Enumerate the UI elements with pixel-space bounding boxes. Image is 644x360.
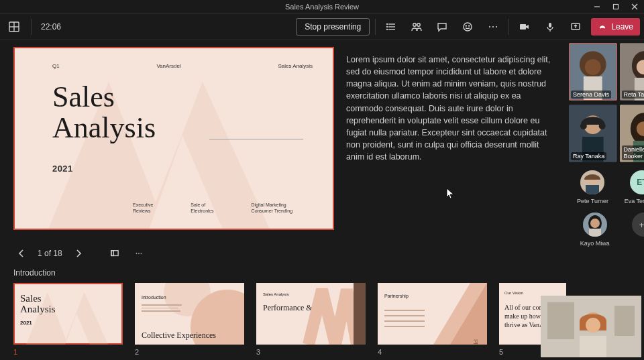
svg-point-19 — [492, 26, 494, 27]
svg-point-10 — [387, 24, 388, 25]
thumbnail-1[interactable]: SalesAnalysis 2021 1 — [13, 283, 123, 356]
stop-presenting-button[interactable]: Stop presenting — [296, 18, 370, 36]
participant-tile[interactable]: Ray Tanaka — [569, 105, 617, 162]
meeting-timer: 22:06 — [38, 22, 64, 32]
svg-point-36 — [585, 59, 601, 75]
slide-meta: Q1 VanArsdel Sales Analysis — [52, 63, 313, 69]
slide-year: 2021 — [52, 164, 73, 174]
svg-point-16 — [466, 25, 467, 26]
svg-point-56 — [590, 219, 600, 228]
minimize-button[interactable] — [588, 0, 606, 13]
svg-rect-22 — [549, 23, 551, 27]
divider — [508, 19, 509, 35]
svg-rect-59 — [547, 302, 574, 339]
svg-point-45 — [580, 123, 587, 129]
window-title: Sales Analysis Review — [285, 3, 359, 11]
overflow-participants[interactable]: +2 — [632, 213, 644, 247]
share-icon[interactable] — [566, 17, 586, 37]
close-button[interactable] — [625, 0, 644, 13]
current-slide[interactable]: Q1 VanArsdel Sales Analysis Sales Analys… — [13, 47, 334, 230]
svg-point-15 — [464, 23, 472, 31]
svg-point-46 — [599, 123, 606, 129]
thumbnail-2[interactable]: Introduction Collective Experiences 2 — [135, 283, 244, 356]
svg-rect-26 — [111, 251, 118, 256]
svg-point-17 — [469, 25, 470, 26]
svg-point-20 — [496, 26, 497, 27]
title-bar: Sales Analysis Review — [0, 0, 644, 13]
svg-point-29 — [138, 253, 140, 254]
list-icon[interactable] — [381, 17, 401, 37]
leave-button[interactable]: Leave — [591, 18, 640, 36]
self-video[interactable] — [541, 296, 641, 357]
slide-columns: ExecutiveReviews Sale ofElectronics Digi… — [133, 202, 313, 214]
slide-nav: 1 of 18 — [13, 243, 566, 264]
reactions-icon[interactable] — [458, 17, 478, 37]
next-slide-button[interactable] — [70, 245, 87, 261]
maximize-button[interactable] — [606, 0, 625, 13]
svg-rect-21 — [520, 24, 526, 29]
participant-avatar[interactable]: Pete Turner — [577, 170, 608, 204]
camera-icon[interactable] — [515, 17, 535, 37]
svg-rect-63 — [580, 336, 606, 357]
svg-rect-53 — [586, 185, 599, 194]
participant-avatar[interactable]: ET Eva Terrazas — [625, 170, 644, 204]
thumbnail-4[interactable]: Partnership Fabrikam - VanArsdel 4 — [378, 283, 487, 356]
prev-slide-button[interactable] — [13, 245, 30, 261]
grid-view-button[interactable] — [107, 245, 123, 261]
svg-point-18 — [489, 26, 490, 27]
participant-tile[interactable]: Serena Davis — [569, 43, 617, 101]
cursor-icon — [446, 188, 454, 200]
svg-rect-1 — [614, 5, 619, 9]
thumbnail-3[interactable]: Sales Analysis Performance & 3 — [256, 283, 366, 356]
people-icon[interactable] — [407, 17, 427, 37]
slide-title: Sales Analysis — [52, 82, 156, 143]
more-options-button[interactable] — [131, 245, 147, 261]
participant-avatar[interactable]: Kayo Miwa — [580, 213, 610, 247]
svg-point-28 — [136, 253, 137, 254]
participant-tile[interactable]: Danielle Booker — [620, 105, 645, 162]
leave-label: Leave — [611, 22, 633, 32]
svg-rect-27 — [111, 251, 113, 256]
divider — [31, 19, 32, 35]
presenter-notes: Lorem ipsum dolor sit amet, consectetur … — [346, 47, 566, 235]
mic-icon[interactable] — [540, 17, 560, 37]
svg-point-30 — [140, 253, 142, 254]
participant-tile[interactable]: Reta Taylor — [620, 43, 645, 101]
svg-point-13 — [413, 23, 416, 26]
svg-point-11 — [387, 27, 388, 27]
more-icon[interactable] — [483, 17, 503, 37]
page-indicator: 1 of 18 — [38, 249, 62, 258]
svg-marker-33 — [450, 283, 487, 345]
layout-icon[interactable] — [4, 17, 24, 37]
rule — [209, 139, 303, 139]
svg-point-62 — [586, 318, 600, 333]
svg-point-12 — [387, 29, 388, 30]
divider — [375, 19, 376, 35]
thumbnail-strip: SalesAnalysis 2021 1 Introduction Collec… — [13, 283, 566, 356]
svg-rect-60 — [614, 306, 635, 336]
section-label: Introduction — [13, 268, 566, 278]
chat-icon[interactable] — [432, 17, 452, 37]
svg-rect-57 — [589, 229, 601, 237]
svg-point-14 — [417, 23, 420, 26]
meeting-toolbar: 22:06 Stop presenting Leave — [0, 13, 644, 40]
